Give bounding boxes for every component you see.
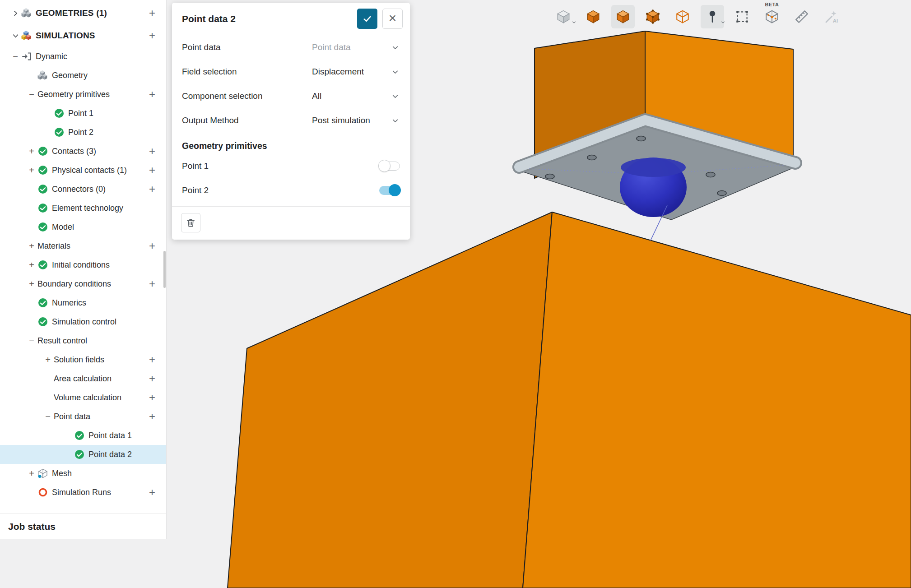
add-button[interactable]: +: [146, 7, 158, 19]
confirm-button[interactable]: [357, 9, 377, 29]
view-wireframe-button[interactable]: [671, 5, 694, 28]
add-button[interactable]: +: [146, 240, 158, 252]
probe-point-button[interactable]: [701, 5, 724, 28]
point-2-toggle[interactable]: [379, 185, 400, 196]
view-vertices-button[interactable]: [641, 5, 665, 28]
tree-item-geometries-1[interactable]: GEOMETRIES (1)+: [0, 2, 166, 24]
cube-faces-icon: [615, 9, 631, 24]
tree-item-mesh[interactable]: +Mesh: [0, 464, 166, 483]
expand-icon[interactable]: +: [26, 166, 37, 175]
add-button[interactable]: +: [146, 145, 158, 157]
tree-item-point-2[interactable]: Point 2: [0, 123, 166, 142]
chevron-down-icon: [391, 44, 399, 51]
check-icon: [37, 222, 48, 232]
add-button[interactable]: +: [146, 392, 158, 403]
job-status[interactable]: Job status: [0, 514, 166, 539]
tree-item-simulations[interactable]: SIMULATIONS+: [0, 24, 166, 47]
tree-item-numerics[interactable]: Numerics: [0, 293, 166, 312]
add-button[interactable]: +: [146, 354, 158, 366]
add-button[interactable]: +: [146, 164, 158, 176]
output-method-dropdown[interactable]: Post simulation: [312, 111, 399, 130]
add-button[interactable]: +: [146, 278, 158, 290]
primitive-label: Point 2: [182, 185, 209, 195]
view-surfaces-button[interactable]: [611, 5, 635, 28]
expand-icon[interactable]: +: [26, 260, 37, 269]
field-selection-dropdown[interactable]: Displacement: [312, 63, 399, 81]
sidebar-tree: GEOMETRIES (1)+SIMULATIONS+−DynamicGeome…: [0, 0, 166, 502]
render-mode-button[interactable]: [552, 5, 575, 28]
add-button[interactable]: +: [146, 183, 158, 195]
tree-item-materials[interactable]: +Materials+: [0, 236, 166, 255]
chevron-down-icon: [391, 117, 399, 125]
check-icon: [37, 184, 48, 194]
add-button[interactable]: +: [146, 411, 158, 422]
close-button[interactable]: ×: [382, 9, 403, 29]
chevron-right-icon[interactable]: [9, 10, 21, 17]
expand-icon[interactable]: +: [42, 355, 54, 364]
dropdown-value: Displacement: [312, 67, 364, 77]
view-solid-button[interactable]: [581, 5, 605, 28]
add-button[interactable]: +: [146, 30, 158, 42]
add-button[interactable]: +: [146, 486, 158, 498]
box-select-button[interactable]: [730, 5, 754, 28]
tree-item-boundary-conditions[interactable]: +Boundary conditions+: [0, 274, 166, 293]
collapse-icon[interactable]: −: [26, 90, 37, 99]
geometry-icon: [37, 70, 48, 81]
tree-item-point-1[interactable]: Point 1: [0, 104, 166, 123]
tree-item-solution-fields[interactable]: +Solution fields+: [0, 350, 166, 369]
add-button[interactable]: +: [146, 373, 158, 384]
expand-icon[interactable]: +: [26, 241, 37, 250]
tree-item-geometry[interactable]: Geometry: [0, 66, 166, 85]
collapse-icon[interactable]: −: [26, 336, 37, 345]
tree-item-label: Model: [52, 222, 74, 232]
dropdown-value: Point data: [312, 42, 351, 52]
tree-item-label: Simulation Runs: [52, 488, 111, 497]
tree-item-initial-conditions[interactable]: +Initial conditions: [0, 255, 166, 274]
tree-item-model[interactable]: Model: [0, 218, 166, 236]
particle-inspect-button[interactable]: BETA: [760, 5, 784, 28]
tree-item-simulation-runs[interactable]: Simulation Runs+: [0, 483, 166, 502]
cube-mesh-icon: [764, 9, 780, 24]
geometry-icon: [21, 8, 32, 19]
field-label: Field selection: [182, 67, 312, 77]
tree-item-result-control[interactable]: −Result control: [0, 331, 166, 350]
tree-item-area-calculation[interactable]: Area calculation+: [0, 369, 166, 388]
point-data-panel: Point data 2 × Point dataPoint dataField…: [172, 3, 410, 240]
tree-item-point-data-1[interactable]: Point data 1: [0, 426, 166, 445]
tree-item-contacts-3[interactable]: +Contacts (3)+: [0, 142, 166, 161]
measure-button[interactable]: [790, 5, 813, 28]
tree-item-physical-contacts-1[interactable]: +Physical contacts (1)+: [0, 161, 166, 180]
tree-item-label: Physical contacts (1): [52, 166, 127, 175]
tree-item-geometry-primitives[interactable]: −Geometry primitives+: [0, 85, 166, 104]
add-button[interactable]: +: [146, 88, 158, 100]
tree-item-label: Solution fields: [54, 355, 104, 365]
tree-item-label: Geometry primitives: [37, 90, 110, 99]
cube-wireframe-icon: [675, 9, 690, 24]
expand-icon[interactable]: +: [26, 469, 37, 478]
field-row-field-selection: Field selectionDisplacement: [172, 60, 410, 84]
tree-item-connectors-0[interactable]: Connectors (0)+: [0, 180, 166, 199]
tree-item-point-data[interactable]: −Point data+: [0, 407, 166, 426]
chevron-down-icon[interactable]: [9, 32, 21, 39]
point-1-toggle[interactable]: [379, 161, 400, 171]
expand-icon[interactable]: +: [26, 279, 37, 288]
expand-icon[interactable]: +: [26, 147, 37, 156]
component-selection-dropdown[interactable]: All: [312, 87, 399, 105]
tree-item-point-data-2[interactable]: Point data 2: [0, 445, 166, 464]
field-row-component-selection: Component selectionAll: [172, 84, 410, 108]
chevron-down-icon: [391, 93, 399, 100]
collapse-icon[interactable]: −: [42, 412, 54, 421]
chevron-down-icon: [391, 68, 399, 76]
tree-item-dynamic[interactable]: −Dynamic: [0, 47, 166, 66]
tree-item-simulation-control[interactable]: Simulation control: [0, 312, 166, 331]
collapse-icon[interactable]: −: [9, 52, 21, 61]
tree-item-element-technology[interactable]: Element technology: [0, 199, 166, 218]
tree-item-label: Contacts (3): [52, 147, 96, 156]
ai-assistant-button[interactable]: AI: [820, 5, 843, 28]
delete-button[interactable]: [181, 213, 200, 232]
sidebar-scrollbar[interactable]: [163, 251, 166, 288]
primitive-row-point-1: Point 1: [172, 154, 410, 178]
tree-item-volume-calculation[interactable]: Volume calculation+: [0, 388, 166, 407]
check-icon: [37, 259, 48, 270]
dropdown-value: Post simulation: [312, 116, 370, 125]
